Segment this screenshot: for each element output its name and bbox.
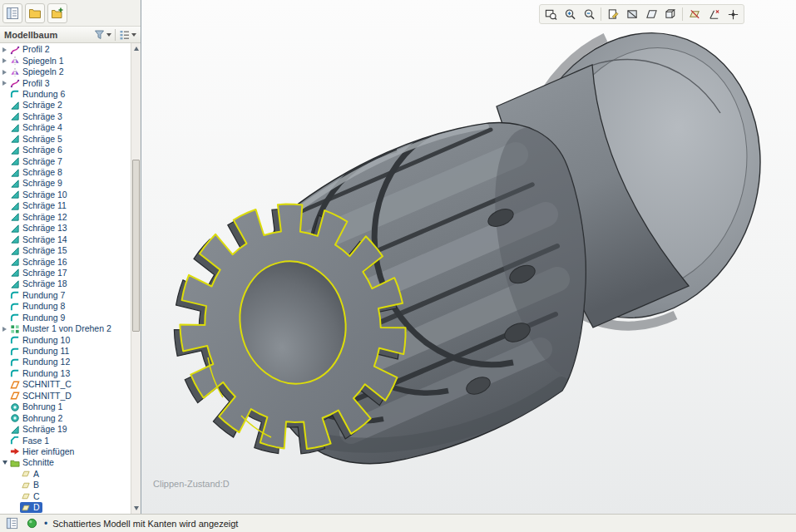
zoom-region-button[interactable] [541,6,560,22]
tree-item-b[interactable]: B [0,480,131,490]
expand-arrow-icon[interactable] [0,58,9,63]
zoom-out-button[interactable] [580,6,598,22]
schraege-icon [9,212,21,223]
tree-item-content: Rundung 7 [9,290,67,301]
rundung-icon [9,301,21,312]
datum-planes-button[interactable] [685,6,704,22]
rundung-icon [9,368,21,379]
display-style-button[interactable] [623,6,641,22]
tree-item-label: Rundung 7 [21,290,65,301]
datum-axes-button[interactable] [705,6,723,22]
folder-new-button[interactable] [47,3,67,23]
zoom-in-button[interactable] [561,6,579,22]
folder-open-button[interactable] [25,3,45,23]
tree-item-schräge-12[interactable]: Schräge 12 [0,212,131,223]
panel-title: Modellbaum [4,30,91,40]
tree-item-schräge-5[interactable]: Schräge 5 [0,134,131,145]
toolbar-separator [601,7,601,21]
schraege-icon [9,190,21,200]
tree-item-rundung-10[interactable]: Rundung 10 [0,334,131,345]
tree-scrollbar[interactable] [131,43,141,514]
tree-item-c[interactable]: C [0,491,131,502]
tree-item-schräge-3[interactable]: Schräge 3 [0,111,131,122]
tree-item-label: Schräge 14 [21,234,67,245]
tree-item-schräge-14[interactable]: Schräge 14 [0,234,131,244]
tree-item-fase-1[interactable]: Fase 1 [0,435,131,446]
3d-model[interactable] [141,0,796,514]
model-tree-panel-button[interactable] [2,3,22,23]
tree-item-rundung-8[interactable]: Rundung 8 [0,301,131,312]
tree-item-rundung-12[interactable]: Rundung 12 [0,357,131,367]
tree-item-rundung-13[interactable]: Rundung 13 [0,368,131,379]
status-indicator-icon[interactable] [24,517,39,530]
section-icon [20,480,32,490]
graphics-viewport[interactable]: Clippen-Zustand:D [141,0,796,514]
expand-arrow-icon[interactable] [0,461,9,465]
status-panel-toggle-icon[interactable] [4,517,19,530]
rundung-icon [9,357,21,367]
panel-toolbar [0,0,141,27]
tree-item-muster-1-von-drehen-2[interactable]: Muster 1 von Drehen 2 [0,323,131,334]
tree-item-schräge-8[interactable]: Schräge 8 [0,167,131,178]
tree-item-content: Schräge 13 [9,223,70,234]
rundung-icon [9,313,21,323]
tree-settings-icon[interactable] [119,29,136,40]
tree-item-rundung-9[interactable]: Rundung 9 [0,313,131,323]
expand-arrow-icon[interactable] [0,81,9,86]
schraege-icon [9,178,21,189]
tree-item-spiegeln-1[interactable]: Spiegeln 1 [0,55,131,66]
tree-item-schräge-2[interactable]: Schräge 2 [0,100,131,111]
saved-views-button[interactable] [661,6,680,22]
settings-dropdown-caret [131,33,136,37]
tree-item-schräge-11[interactable]: Schräge 11 [0,200,131,211]
rundung-icon [9,89,21,100]
tree-item-schräge-18[interactable]: Schräge 18 [0,278,131,289]
tree-item-schräge-6[interactable]: Schräge 6 [0,145,131,155]
tree-item-schräge-9[interactable]: Schräge 9 [0,178,131,189]
tree-item-schräge-4[interactable]: Schräge 4 [0,122,131,133]
rundung-icon [9,346,21,357]
tree-item-schräge-17[interactable]: Schräge 17 [0,268,131,278]
tree-item-schräge-16[interactable]: Schräge 16 [0,256,131,267]
tree-item-label: Bohrung 1 [21,401,62,412]
tree-item-rundung-6[interactable]: Rundung 6 [0,89,131,100]
tree-item-schräge-15[interactable]: Schräge 15 [0,245,131,256]
tree-item-spiegeln-2[interactable]: Spiegeln 2 [0,66,131,77]
perspective-button[interactable] [642,6,660,22]
tree-item-content: Fase 1 [9,436,52,446]
tree-item-schräge-10[interactable]: Schräge 10 [0,190,131,200]
expand-arrow-icon[interactable] [0,70,9,75]
tree-item-d[interactable]: D [0,502,131,513]
tree-item-bohrung-2[interactable]: Bohrung 2 [0,412,131,423]
tree-item-label: Rundung 11 [21,346,69,357]
tree-item-schnitte[interactable]: Schnitte [0,457,131,468]
tree-item-profil-3[interactable]: Profil 3 [0,77,131,88]
tree-item-hier-einfügen[interactable]: Hier einfügen [0,446,131,457]
status-message: Schattiertes Modell mit Kanten wird ange… [52,519,238,529]
panel-header: Modellbaum [0,27,141,43]
tree-item-a[interactable]: A [0,469,131,480]
schraege-icon [9,134,21,145]
scroll-down-button[interactable] [131,503,141,514]
einfuegen-icon [9,446,21,457]
scrollbar-thumb[interactable] [132,160,140,332]
expand-arrow-icon[interactable] [0,327,9,332]
schraege-icon [9,424,21,435]
tree-item-content: Rundung 13 [9,368,72,379]
tree-item-rundung-7[interactable]: Rundung 7 [0,290,131,301]
tree-item-schräge-7[interactable]: Schräge 7 [0,155,131,166]
filter-icon[interactable] [94,29,111,40]
tree-item-profil-2[interactable]: Profil 2 [0,44,131,55]
schraege-icon [9,145,21,155]
rundung-icon [9,290,21,301]
tree-item-schräge-19[interactable]: Schräge 19 [0,424,131,435]
scroll-up-button[interactable] [131,43,141,54]
tree-item-schnitt-d[interactable]: SCHNITT_D [0,391,131,401]
expand-arrow-icon[interactable] [0,47,9,52]
spin-center-button[interactable] [724,6,742,22]
redraw-button[interactable] [604,6,622,22]
tree-item-schräge-13[interactable]: Schräge 13 [0,223,131,234]
tree-item-schnitt-c[interactable]: SCHNITT_C [0,379,131,390]
tree-item-bohrung-1[interactable]: Bohrung 1 [0,401,131,412]
tree-item-rundung-11[interactable]: Rundung 11 [0,346,131,357]
